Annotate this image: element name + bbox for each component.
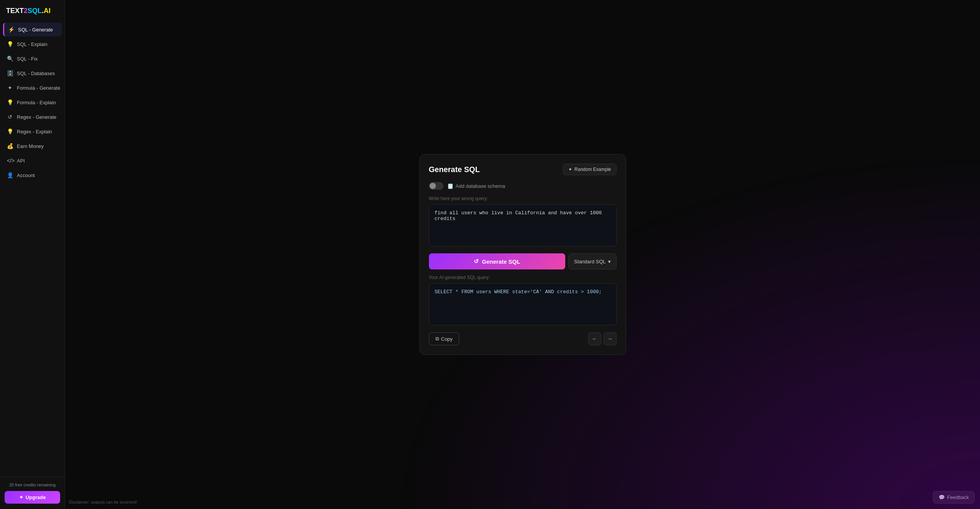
generate-sql-card: Generate SQL ✦ Random Example 🗒️ Add dat… bbox=[419, 154, 626, 355]
formula-exp-icon: 💡 bbox=[7, 99, 13, 105]
card-header: Generate SQL ✦ Random Example bbox=[429, 164, 617, 175]
sidebar-item-label: Regex - Explain bbox=[17, 129, 52, 135]
account-icon: 👤 bbox=[7, 172, 13, 178]
sidebar-item-label: Earn Money bbox=[17, 143, 44, 149]
next-arrow-icon: → bbox=[607, 336, 613, 342]
sql-type-label: Standard SQL bbox=[574, 259, 605, 264]
input-label: Write here your wrong query: bbox=[429, 196, 617, 201]
card-title: Generate SQL bbox=[429, 165, 480, 174]
sidebar-item-sql-explain[interactable]: 💡 SQL - Explain bbox=[3, 37, 62, 51]
next-arrow-button[interactable]: → bbox=[604, 332, 617, 345]
regex-gen-icon: ↺ bbox=[7, 114, 13, 120]
sql-output[interactable]: SELECT * FROM users WHERE state='CA' AND… bbox=[429, 283, 617, 325]
logo-ai: AI bbox=[44, 7, 51, 15]
logo-text: TEXT bbox=[6, 7, 24, 15]
upgrade-button[interactable]: ✦ Upgrade bbox=[5, 491, 60, 504]
sidebar-item-sql-generate[interactable]: ⚡ SQL - Generate bbox=[3, 23, 62, 36]
output-section: Your AI-generated SQL query: SELECT * FR… bbox=[429, 275, 617, 327]
earn-money-icon: 💰 bbox=[7, 143, 13, 149]
logo-sql: SQL bbox=[28, 7, 42, 15]
copy-button[interactable]: ⧉ Copy bbox=[429, 332, 459, 345]
prev-arrow-button[interactable]: ← bbox=[588, 332, 601, 345]
input-section: Write here your wrong query: find all us… bbox=[429, 196, 617, 248]
logo-two: 2 bbox=[24, 7, 28, 15]
copy-label: Copy bbox=[441, 336, 453, 342]
sidebar-bottom: 20 free credits remaining ✦ Upgrade bbox=[0, 477, 65, 509]
sidebar-item-label: Account bbox=[17, 172, 35, 178]
sidebar-item-sql-fix[interactable]: 🔍 SQL - Fix bbox=[3, 52, 62, 66]
sql-explain-icon: 💡 bbox=[7, 41, 13, 47]
random-example-label: Random Example bbox=[574, 167, 611, 172]
bottom-row: ⧉ Copy ← → bbox=[429, 332, 617, 345]
sql-generate-icon: ⚡ bbox=[8, 26, 14, 33]
sidebar-item-label: SQL - Generate bbox=[18, 27, 53, 33]
sidebar-item-sql-databases[interactable]: 🗄️ SQL - Databases bbox=[3, 66, 62, 80]
logo: TEXT2SQL.AI bbox=[0, 0, 65, 23]
sidebar-item-label: SQL - Explain bbox=[17, 41, 47, 47]
schema-label: 🗒️ Add database schema bbox=[447, 183, 505, 189]
prev-arrow-icon: ← bbox=[592, 336, 597, 342]
sql-db-icon: 🗄️ bbox=[7, 70, 13, 76]
main-content: Generate SQL ✦ Random Example 🗒️ Add dat… bbox=[65, 0, 980, 509]
upgrade-label: Upgrade bbox=[26, 494, 46, 500]
sidebar-item-regex-explain[interactable]: 💡 Regex - Explain bbox=[3, 125, 62, 138]
regex-exp-icon: 💡 bbox=[7, 128, 13, 135]
upgrade-icon: ✦ bbox=[19, 494, 23, 500]
sidebar-item-label: Formula - Explain bbox=[17, 100, 56, 105]
random-example-icon: ✦ bbox=[568, 167, 572, 172]
output-label: Your AI-generated SQL query: bbox=[429, 275, 617, 280]
query-input[interactable]: find all users who live in California an… bbox=[429, 204, 617, 246]
sidebar-item-formula-generate[interactable]: ✦ Formula - Generate bbox=[3, 81, 62, 95]
sidebar-item-api[interactable]: </> API bbox=[3, 154, 62, 167]
formula-gen-icon: ✦ bbox=[7, 85, 13, 91]
schema-row: 🗒️ Add database schema bbox=[429, 182, 617, 190]
sidebar-item-earn-money[interactable]: 💰 Earn Money bbox=[3, 139, 62, 153]
api-icon: </> bbox=[7, 158, 13, 164]
sql-type-dropdown[interactable]: Standard SQL ▾ bbox=[568, 253, 616, 269]
generate-row: ↺ Generate SQL Standard SQL ▾ bbox=[429, 253, 617, 269]
sidebar-item-label: Formula - Generate bbox=[17, 85, 60, 91]
copy-icon: ⧉ bbox=[435, 336, 439, 342]
sidebar: TEXT2SQL.AI ⚡ SQL - Generate 💡 SQL - Exp… bbox=[0, 0, 65, 509]
sidebar-item-regex-generate[interactable]: ↺ Regex - Generate bbox=[3, 110, 62, 124]
nav-arrows: ← → bbox=[588, 332, 617, 345]
random-example-button[interactable]: ✦ Random Example bbox=[563, 164, 616, 175]
sidebar-item-account[interactable]: 👤 Account bbox=[3, 168, 62, 182]
nav-menu: ⚡ SQL - Generate 💡 SQL - Explain 🔍 SQL -… bbox=[0, 23, 65, 477]
generate-label: Generate SQL bbox=[482, 258, 520, 265]
sidebar-item-label: SQL - Databases bbox=[17, 71, 55, 76]
generate-sql-button[interactable]: ↺ Generate SQL bbox=[429, 253, 566, 269]
schema-toggle[interactable] bbox=[429, 182, 443, 190]
schema-db-icon: 🗒️ bbox=[447, 183, 453, 189]
sql-fix-icon: 🔍 bbox=[7, 56, 13, 62]
sidebar-item-formula-explain[interactable]: 💡 Formula - Explain bbox=[3, 95, 62, 109]
sidebar-item-label: API bbox=[17, 158, 25, 164]
sidebar-item-label: Regex - Generate bbox=[17, 114, 56, 120]
chevron-down-icon: ▾ bbox=[608, 259, 611, 264]
generate-spin-icon: ↺ bbox=[474, 258, 479, 265]
credits-remaining: 20 free credits remaining bbox=[5, 483, 60, 487]
sidebar-item-label: SQL - Fix bbox=[17, 56, 38, 62]
